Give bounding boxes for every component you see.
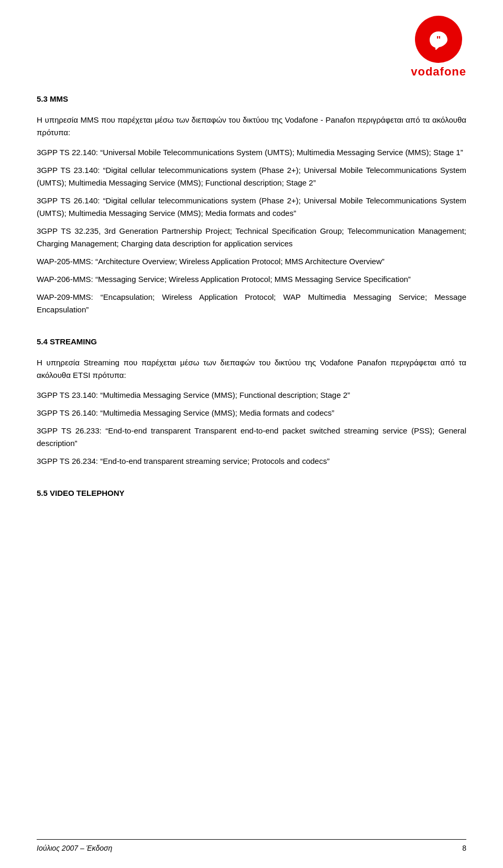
section-streaming-ref2: 3GPP TS 26.140: “Multimedia Messaging Se… <box>37 407 466 419</box>
section-streaming: 5.4 STREAMING Η υπηρεσία Streaming που π… <box>37 337 466 468</box>
section-mms-title: 5.3 MMS <box>37 94 466 103</box>
section-mms-ref7: WAP-209-MMS: “Encapsulation; Wireless Ap… <box>37 291 466 316</box>
page-container: " vodafone 5.3 MMS Η υπηρεσία MMS που πα… <box>0 0 503 868</box>
section-mms-intro: Η υπηρεσία MMS που παρέχεται μέσω των δι… <box>37 114 466 139</box>
main-content: 5.3 MMS Η υπηρεσία MMS που παρέχεται μέσ… <box>37 94 466 497</box>
vodafone-logo-circle: " <box>415 16 462 63</box>
footer-date: Ιούλιος 2007 – Έκδοση <box>37 844 112 852</box>
section-streaming-ref3: 3GPP TS 26.233: “End-to-end transparent … <box>37 425 466 450</box>
svg-text:": " <box>436 35 441 45</box>
section-mms: 5.3 MMS Η υπηρεσία MMS που παρέχεται μέσ… <box>37 94 466 316</box>
section-video-title: 5.5 VIDEO TELEPHONY <box>37 489 466 497</box>
section-mms-ref1: 3GPP TS 22.140: “Universal Mobile Teleco… <box>37 146 466 159</box>
section-streaming-ref1: 3GPP TS 23.140: “Multimedia Messaging Se… <box>37 389 466 402</box>
vodafone-logo-icon: " <box>425 26 452 52</box>
section-mms-ref3: 3GPP TS 26.140: “Digital cellular teleco… <box>37 194 466 220</box>
section-streaming-intro: Η υπηρεσία Streaming που παρέχεται μέσω … <box>37 356 466 382</box>
section-video: 5.5 VIDEO TELEPHONY <box>37 489 466 497</box>
section-mms-ref5: WAP-205-MMS: “Architecture Overview; Wir… <box>37 255 466 268</box>
vodafone-logo-text: vodafone <box>411 65 466 79</box>
footer: Ιούλιος 2007 – Έκδοση 8 <box>37 839 466 852</box>
section-mms-ref2: 3GPP TS 23.140: “Digital cellular teleco… <box>37 164 466 189</box>
footer-page: 8 <box>462 844 466 852</box>
logo-container: " vodafone <box>411 16 466 79</box>
section-streaming-title: 5.4 STREAMING <box>37 337 466 346</box>
section-mms-ref4: 3GPP TS 32.235, 3rd Generation Partnersh… <box>37 225 466 250</box>
section-streaming-ref4: 3GPP TS 26.234: “End-to-end transparent … <box>37 455 466 468</box>
section-mms-ref6: WAP-206-MMS: “Messaging Service; Wireles… <box>37 273 466 286</box>
